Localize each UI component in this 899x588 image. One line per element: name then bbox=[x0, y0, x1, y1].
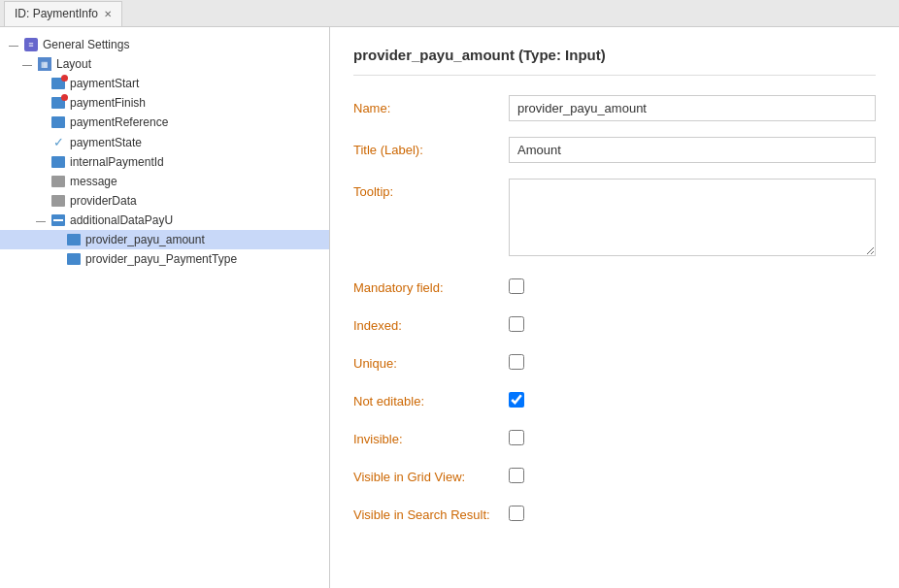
sidebar: — ≡ General Settings — ▦ Layout paymentS… bbox=[0, 27, 330, 588]
visible-grid-label: Visible in Grid View: bbox=[353, 464, 509, 484]
paymentStart-label: paymentStart bbox=[70, 77, 139, 90]
mandatory-label: Mandatory field: bbox=[353, 275, 509, 295]
expand-icon: — bbox=[8, 40, 19, 50]
name-input[interactable] bbox=[509, 95, 876, 121]
visible-search-label: Visible in Search Result: bbox=[353, 502, 509, 522]
not-editable-field-wrapper bbox=[509, 388, 876, 410]
title-label: Title (Label): bbox=[353, 137, 509, 157]
provider-payu-amount-icon bbox=[67, 234, 81, 245]
provider-payu-paymenttype-label: provider_payu_PaymentType bbox=[85, 252, 237, 266]
visible-search-checkbox[interactable] bbox=[509, 506, 524, 521]
sidebar-item-paymentFinish[interactable]: paymentFinish bbox=[0, 93, 329, 113]
name-label: Name: bbox=[353, 95, 509, 115]
paymentState-icon: ✓ bbox=[51, 135, 65, 149]
additionalDataPayU-icon bbox=[51, 214, 65, 226]
not-editable-checkbox[interactable] bbox=[509, 392, 524, 408]
visible-search-row: Visible in Search Result: bbox=[353, 502, 876, 524]
paymentReference-label: paymentReference bbox=[70, 115, 168, 129]
mandatory-row: Mandatory field: bbox=[353, 275, 876, 297]
sidebar-layout[interactable]: — ▦ Layout bbox=[0, 54, 329, 74]
message-label: message bbox=[70, 175, 117, 188]
sidebar-item-message[interactable]: message bbox=[0, 172, 329, 191]
layout-icon: ▦ bbox=[38, 57, 51, 71]
paymentFinish-label: paymentFinish bbox=[70, 96, 146, 110]
sidebar-item-provider-payu-amount[interactable]: provider_payu_amount bbox=[0, 230, 329, 249]
tooltip-label: Tooltip: bbox=[353, 179, 509, 199]
mandatory-field-wrapper bbox=[509, 275, 876, 297]
additionalDataPayU-label: additionalDataPayU bbox=[70, 213, 173, 227]
tab-label: ID: PaymentInfo bbox=[15, 7, 98, 20]
not-editable-label: Not editable: bbox=[353, 388, 509, 408]
providerData-label: providerData bbox=[70, 194, 137, 208]
invisible-row: Invisible: bbox=[353, 426, 876, 448]
provider-payu-amount-label: provider_payu_amount bbox=[85, 233, 205, 246]
visible-grid-checkbox[interactable] bbox=[509, 468, 524, 483]
unique-label: Unique: bbox=[353, 350, 509, 371]
sidebar-item-provider-payu-paymenttype[interactable]: provider_payu_PaymentType bbox=[0, 249, 329, 269]
sidebar-general-settings[interactable]: — ≡ General Settings bbox=[0, 35, 329, 54]
sidebar-item-providerData[interactable]: providerData bbox=[0, 191, 329, 211]
layout-expand-icon: — bbox=[21, 59, 33, 70]
name-field-wrapper bbox=[509, 95, 876, 121]
indexed-label: Indexed: bbox=[353, 312, 509, 333]
indexed-field-wrapper bbox=[509, 312, 876, 335]
indexed-row: Indexed: bbox=[353, 312, 876, 335]
general-settings-icon: ≡ bbox=[24, 38, 38, 51]
sidebar-item-additionalDataPayU[interactable]: — additionalDataPayU bbox=[0, 211, 329, 230]
title-input[interactable] bbox=[509, 137, 876, 163]
not-editable-row: Not editable: bbox=[353, 388, 876, 410]
tooltip-field-wrapper bbox=[509, 179, 876, 259]
tab-close-icon[interactable]: ✕ bbox=[104, 9, 112, 19]
tooltip-row: Tooltip: bbox=[353, 179, 876, 259]
providerData-icon bbox=[51, 195, 65, 207]
name-row: Name: bbox=[353, 95, 876, 121]
internalPaymentId-icon bbox=[51, 156, 65, 168]
general-settings-label: General Settings bbox=[43, 38, 129, 51]
panel-title: provider_payu_amount (Type: Input) bbox=[353, 47, 876, 76]
tooltip-textarea[interactable] bbox=[509, 179, 876, 256]
sidebar-item-paymentStart[interactable]: paymentStart bbox=[0, 74, 329, 93]
paymentStart-error-dot bbox=[61, 75, 68, 82]
title-field-wrapper bbox=[509, 137, 876, 163]
paymentFinish-error-dot bbox=[61, 94, 68, 101]
additionalDataPayU-expand-icon: — bbox=[35, 215, 47, 226]
paymentState-label: paymentState bbox=[70, 136, 142, 149]
sidebar-item-paymentState[interactable]: ✓ paymentState bbox=[0, 132, 329, 152]
layout-label: Layout bbox=[56, 57, 91, 71]
unique-checkbox[interactable] bbox=[509, 354, 524, 370]
internalPaymentId-label: internalPaymentId bbox=[70, 155, 164, 169]
mandatory-checkbox[interactable] bbox=[509, 278, 524, 294]
invisible-checkbox[interactable] bbox=[509, 430, 524, 445]
unique-row: Unique: bbox=[353, 350, 876, 373]
invisible-field-wrapper bbox=[509, 426, 876, 448]
payment-info-tab[interactable]: ID: PaymentInfo ✕ bbox=[4, 1, 122, 26]
message-icon bbox=[51, 176, 65, 187]
content-panel: provider_payu_amount (Type: Input) Name:… bbox=[330, 27, 899, 588]
indexed-checkbox[interactable] bbox=[509, 316, 524, 332]
visible-grid-field-wrapper bbox=[509, 464, 876, 486]
unique-field-wrapper bbox=[509, 350, 876, 373]
paymentReference-icon bbox=[51, 116, 65, 128]
title-row: Title (Label): bbox=[353, 137, 876, 163]
sidebar-item-paymentReference[interactable]: paymentReference bbox=[0, 113, 329, 132]
provider-payu-paymenttype-icon bbox=[67, 253, 81, 265]
invisible-label: Invisible: bbox=[353, 426, 509, 446]
visible-grid-row: Visible in Grid View: bbox=[353, 464, 876, 486]
visible-search-field-wrapper bbox=[509, 502, 876, 524]
sidebar-item-internalPaymentId[interactable]: internalPaymentId bbox=[0, 152, 329, 172]
